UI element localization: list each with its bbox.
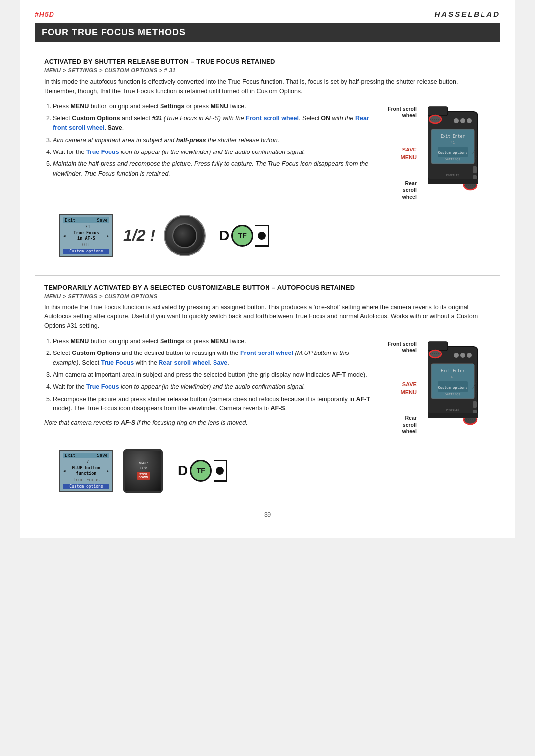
lcd-screen-2: Exit Save -7 ◄ M.UP button function ► Tr…	[59, 450, 113, 492]
page-number: 39	[35, 511, 500, 518]
menu-label-1: MENU	[400, 154, 416, 160]
step-1-3: Aim camera at important area in subject …	[53, 136, 374, 145]
lcd-display-2: Exit Save -7 ◄ M.UP button function ► Tr…	[59, 450, 113, 492]
lcd-exit-1: Exit	[65, 218, 76, 223]
svg-text:Custom options: Custom options	[438, 386, 467, 390]
section-1-title: ACTIVATED BY SHUTTER RELEASE BUTTON – TR…	[44, 58, 491, 65]
svg-text:Settings: Settings	[445, 392, 460, 396]
section-2-title: TEMPORARILY ACTIVATED BY A SELECTED CUST…	[44, 284, 491, 291]
section-1-steps: Press MENU button on grip and select Set…	[44, 102, 374, 207]
lcd-center-line1-1: True Focus	[73, 230, 99, 236]
section-1: ACTIVATED BY SHUTTER RELEASE BUTTON – TR…	[35, 50, 500, 265]
stop-down-btn: STOPDOWN	[137, 472, 150, 480]
lcd-custom-bar-2: Custom options	[63, 484, 109, 489]
lcd-exit-2: Exit	[65, 453, 76, 458]
tf-bracket-wrap-2	[214, 460, 227, 482]
svg-point-31	[454, 353, 459, 358]
lcd-arrow-left-1: ◄	[63, 233, 65, 238]
section-2-content: Press MENU button on grip and select Set…	[44, 337, 491, 442]
lcd-arrow-left-2: ◄	[63, 468, 65, 473]
svg-rect-15	[473, 166, 477, 173]
lcd-center-line1-2: M.UP button	[72, 465, 100, 471]
lcd-screen-1: Exit Save -31 ◄ True Focus in AF-S ► Off…	[59, 214, 113, 257]
step-1-2: Select Custom Options and select #31 (Tr…	[53, 114, 374, 133]
lcd-center-1: True Focus in AF-S	[73, 230, 99, 241]
section-2-diagram: Front scrollwheel SAVE MENU Rearscrollwh…	[382, 337, 491, 442]
svg-text:41: 41	[451, 375, 455, 379]
svg-rect-17	[428, 179, 478, 184]
tf-d-icon-2: D	[178, 463, 188, 479]
page-container: #H5D HASSELBLAD FOUR TRUE FOCUS METHODS …	[20, 0, 515, 538]
menu-label-2: MENU	[400, 389, 416, 395]
tf-d-icon-1: D	[219, 228, 229, 244]
front-scroll-label-2: Front scrollwheel	[388, 341, 417, 354]
diagram-2-left-labels: Front scrollwheel SAVE MENU Rearscrollwh…	[388, 337, 417, 435]
fraction-1: 1/2 !	[123, 226, 155, 245]
svg-point-10	[467, 118, 472, 123]
camera-svg-1: Exit Enter 41 Custom options Settings	[421, 102, 485, 207]
lcd-value-1: Off	[63, 242, 109, 247]
lcd-nav-row-2: ◄ M.UP button function ►	[63, 465, 109, 476]
section-1-content: Press MENU button on grip and select Set…	[44, 102, 491, 207]
tf-circle-2: TF	[190, 460, 212, 482]
lcd-number-2: -7	[63, 459, 109, 464]
camera-body-svg-2: Exit Enter 41 Custom options Settings	[421, 337, 485, 441]
save-label-1: SAVE	[402, 147, 417, 152]
section-2-images-row: Exit Save -7 ◄ M.UP button function ► Tr…	[44, 449, 491, 493]
steps-list-1: Press MENU button on grip and select Set…	[44, 102, 374, 179]
svg-text:Settings: Settings	[445, 157, 460, 161]
svg-text:41: 41	[451, 141, 455, 145]
lcd-value-2: True Focus	[63, 477, 109, 482]
svg-point-33	[467, 353, 472, 358]
section-1-intro: In this mode the autofocus function is e…	[44, 77, 491, 96]
tf-text-2: TF	[197, 467, 205, 475]
lcd-center-line2-1: in AF-S	[73, 236, 99, 241]
lcd-custom-bar-1: Custom options	[63, 249, 109, 254]
tf-circle-1: TF	[231, 225, 253, 247]
svg-text:Exit    Enter: Exit Enter	[441, 134, 465, 139]
camera-body-svg-1: Exit Enter 41 Custom options Settings	[421, 102, 485, 206]
section-1-diagram: Front scrollwheel SAVE MENU Rearscrollwh…	[382, 102, 491, 207]
page-title: FOUR TRUE FOCUS METHODS	[35, 23, 500, 42]
step-2-4: Recompose the picture and press shutter …	[53, 395, 374, 414]
step-1-4: Wait for the True Focus icon to appear (…	[53, 148, 374, 157]
section-2-intro: In this mode the True Focus function is …	[44, 303, 491, 331]
lcd-display-1: Exit Save -31 ◄ True Focus in AF-S ► Off…	[59, 214, 113, 257]
section-2: TEMPORARILY ACTIVATED BY A SELECTED CUST…	[35, 275, 500, 501]
lcd-exit-save-1: Exit Save	[63, 217, 109, 223]
svg-text:Exit    Enter: Exit Enter	[441, 369, 465, 373]
tf-bracket-2	[214, 460, 227, 482]
tf-dot-2	[216, 467, 224, 475]
tf-bracket-1	[255, 225, 269, 247]
tf-dot-1	[258, 232, 266, 240]
step-1-1: Press MENU button on grip and select Set…	[53, 102, 374, 111]
lens-mockup-1	[165, 216, 205, 255]
lcd-number-1: -31	[63, 224, 109, 229]
tf-tf-wrap-1: TF	[231, 225, 253, 247]
svg-point-8	[454, 118, 459, 123]
tf-icon-area-1: D TF	[219, 225, 269, 247]
steps-list-2: Press MENU button on grip and select Set…	[44, 337, 374, 414]
section-2-menu-path: MENU > SETTINGS > CUSTOM OPTIONS	[44, 293, 491, 299]
lcd-save-2: Save	[97, 453, 107, 458]
lcd-arrow-right-1: ►	[107, 233, 109, 238]
front-scroll-label-1: Front scrollwheel	[388, 106, 417, 119]
svg-point-32	[460, 353, 465, 358]
h5d-logo: #H5D	[35, 10, 54, 18]
svg-text:Custom options: Custom options	[438, 151, 467, 155]
svg-rect-24	[428, 342, 448, 351]
svg-text:PROFILES: PROFILES	[446, 174, 460, 177]
diagram-1-left-labels: Front scrollwheel SAVE MENU Rearscrollwh…	[388, 102, 417, 201]
rear-scroll-label-2: Rearscrollwheel	[402, 415, 417, 435]
tf-tf-wrap-2: TF	[190, 460, 212, 482]
step-2-2: Select Custom Options and the desired bu…	[53, 349, 374, 368]
mup-label: M-UP++ ⊙	[139, 461, 148, 470]
lcd-arrow-right-2: ►	[107, 468, 109, 473]
camera-diagram-2-wrap: Front scrollwheel SAVE MENU Rearscrollwh…	[388, 337, 485, 442]
section-2-note: Note that camera reverts to AF-S if the …	[44, 418, 374, 428]
camera-diagram-1-wrap: Front scrollwheel SAVE MENU Rearscrollwh…	[388, 102, 485, 207]
svg-rect-38	[473, 401, 477, 408]
camera-svg-2: Exit Enter 41 Custom options Settings	[421, 337, 485, 442]
page-header: #H5D HASSELBLAD	[35, 10, 500, 18]
lcd-center-2: M.UP button function	[72, 465, 100, 476]
